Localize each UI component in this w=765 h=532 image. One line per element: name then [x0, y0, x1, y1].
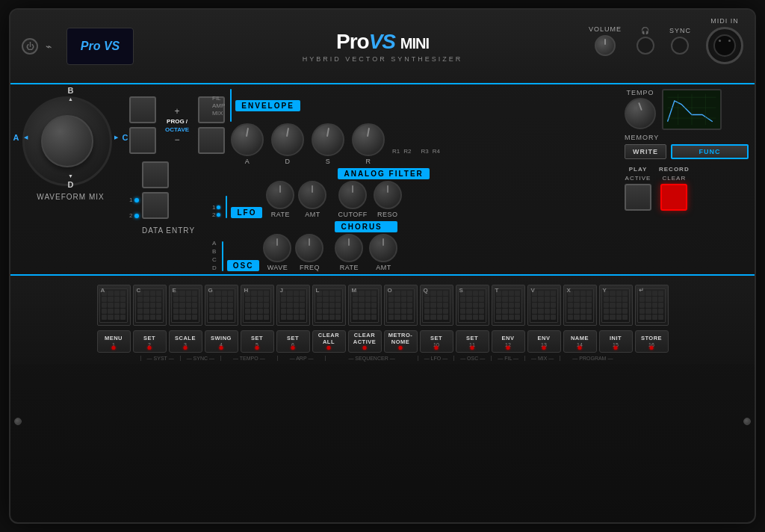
wave-col: WAVE [263, 234, 291, 271]
volume-knob[interactable] [595, 35, 616, 56]
env-a-knob[interactable] [231, 123, 264, 156]
cat-osc: — OSC — [453, 356, 491, 361]
lfo-rate-knob[interactable] [266, 181, 294, 209]
sq-btn-2[interactable] [129, 127, 156, 154]
freq-knob[interactable] [295, 234, 323, 262]
display-text: Pro VS [81, 40, 120, 53]
pad-E[interactable]: E [169, 285, 202, 326]
write-button[interactable]: WRITE [625, 144, 666, 159]
play-button[interactable] [625, 184, 651, 211]
btn-env-12[interactable]: ENV 12 [492, 330, 525, 353]
env-s-knob[interactable] [312, 123, 344, 156]
btn-metronome[interactable]: METRO- NOME 9 [384, 330, 418, 353]
pad-O[interactable]: O [384, 285, 418, 326]
wave-knob[interactable] [263, 234, 291, 262]
play-active-group: PLAY ACTIVE [625, 166, 651, 211]
logo-center: ProVS MINI HYBRID VECTOR SYNTHESIZER [303, 30, 462, 63]
chorus-rate-col: RATE [335, 234, 363, 271]
chorus-rate-knob[interactable] [335, 234, 363, 262]
pad-H[interactable]: H [241, 285, 274, 326]
cutoff-col: CUTOFF [338, 181, 367, 218]
record-clear-group: RECORD CLEAR [659, 166, 690, 211]
envelope-label: ENVELOPE [241, 102, 294, 110]
btn-menu[interactable]: MENU 1 [97, 330, 131, 353]
func-button[interactable]: FUNC [671, 144, 749, 159]
synth-body: ⌁ Pro VS ProVS MINI HYBRID VECTOR SYNTHE… [9, 8, 756, 524]
pad-J[interactable]: J [276, 285, 310, 326]
data-btns-left [129, 96, 156, 154]
midi-in-connector[interactable] [706, 27, 743, 64]
btn-clear-all[interactable]: CLEAR ALL 7 [312, 330, 346, 353]
btn-store[interactable]: STORE 16 [635, 330, 669, 353]
chorus-label: CHORUS [341, 223, 382, 231]
btn-set-6[interactable]: SET 6 [276, 330, 310, 353]
reso-knob[interactable] [374, 181, 402, 209]
btn-init[interactable]: INIT 15 [599, 330, 633, 353]
pad-Y[interactable]: Y [599, 285, 633, 326]
joystick-container[interactable] [22, 96, 112, 186]
env-d-knob[interactable] [271, 123, 304, 156]
pad-S[interactable]: S [456, 285, 489, 326]
btn-set-5-label: SET [251, 335, 263, 341]
lfo-amt-knob[interactable] [298, 181, 326, 209]
r4-label: R4 [433, 148, 440, 155]
pad-G[interactable]: G [205, 285, 238, 326]
sq-btn-1[interactable] [129, 96, 156, 123]
pad-X[interactable]: X [563, 285, 597, 326]
btn-scale[interactable]: SCALE 3 [169, 330, 202, 353]
osc-a: A [212, 240, 217, 247]
pad-enter[interactable]: ↵ [635, 285, 669, 326]
lfo-amt-col: AMT [298, 181, 326, 218]
joystick-knob[interactable] [41, 115, 93, 167]
btn-set-11-label: SET [466, 335, 478, 341]
pad-T[interactable]: T [492, 285, 525, 326]
pad-A[interactable]: A [97, 285, 131, 326]
amp-label: AMP [212, 102, 225, 109]
env-r-knob[interactable] [352, 123, 385, 156]
pad-Q[interactable]: Q [420, 285, 453, 326]
btn-set-11[interactable]: SET 11 [456, 330, 489, 353]
lfo-num-labels: 1 2 [212, 204, 220, 218]
env-r-col: R [352, 123, 385, 165]
pad-L[interactable]: L [312, 285, 346, 326]
pad-M[interactable]: M [348, 285, 382, 326]
osc-b: B [212, 248, 217, 255]
btn-set-5[interactable]: SET 5 [241, 330, 274, 353]
env-line [230, 89, 232, 122]
btn-clear-all-led [327, 346, 331, 350]
record-button[interactable] [660, 184, 687, 211]
lfo-led-1 [217, 205, 220, 209]
r2-label: R2 [403, 148, 411, 155]
headphone-jack[interactable] [637, 37, 654, 55]
sync-jack[interactable] [671, 37, 689, 55]
tempo-knob[interactable] [625, 98, 656, 129]
btn-env-12-label: ENV [502, 335, 515, 341]
btn-name[interactable]: NAME 14 [563, 330, 597, 353]
num-2-row: 2 [129, 212, 139, 219]
lfo-line [226, 196, 227, 218]
btn-set-2[interactable]: SET 2 [133, 330, 167, 353]
btn-clear-active[interactable]: CLEAR ACTIVE 8 [348, 330, 382, 353]
btn-env-13[interactable]: ENV 13 [527, 330, 561, 353]
cutoff-knob[interactable] [338, 181, 367, 209]
chorus-amt-knob[interactable] [369, 234, 397, 262]
num-1-label: 1 [129, 197, 132, 203]
cat-sequencer: — SEQUENCER — [325, 356, 417, 361]
btn-menu-label: MENU [105, 335, 123, 341]
chorus-rate-label: RATE [340, 264, 359, 271]
pad-C[interactable]: C [133, 285, 167, 326]
btn-clear-active-label: CLEAR ACTIVE [349, 332, 381, 345]
btn-set-10[interactable]: SET 10 [420, 330, 453, 353]
pad-V[interactable]: V [527, 285, 561, 326]
keyboard-section: A C E [10, 274, 755, 364]
btn-swing[interactable]: SWING 4 [205, 330, 238, 353]
sync-group: SYNC [669, 27, 691, 55]
power-button[interactable] [22, 38, 38, 55]
sq-btn-5[interactable] [142, 161, 169, 188]
category-labels-row: — SYST — — SYNC — — TEMPO — — ARP — — SE… [16, 356, 749, 361]
sq-btn-6[interactable] [142, 192, 169, 219]
prog-octave-group: + PROG / OCTAVE − [165, 106, 189, 145]
led-1 [134, 198, 139, 202]
tempo-label: TEMPO [626, 89, 654, 96]
analog-filter-group: ANALOG FILTER CUTOFF RESO [338, 168, 429, 218]
